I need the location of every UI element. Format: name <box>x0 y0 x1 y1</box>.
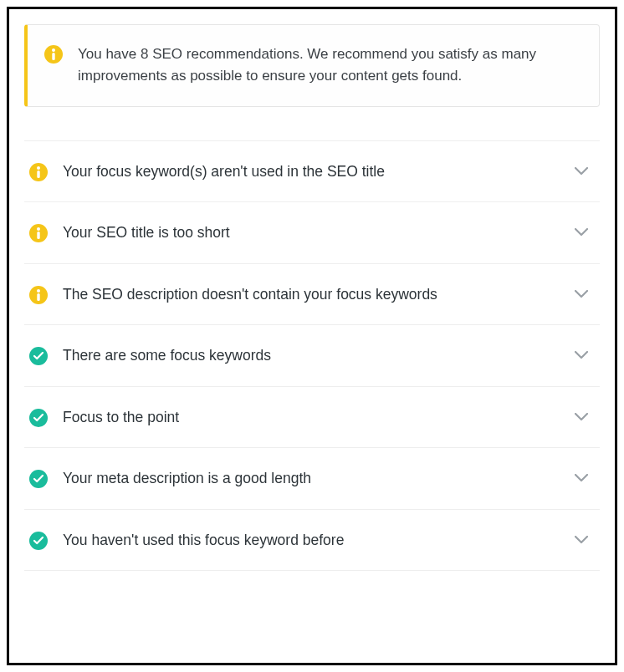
check-icon <box>29 409 48 427</box>
svg-point-4 <box>37 227 40 231</box>
recommendation-row[interactable]: Your focus keyword(s) aren't used in the… <box>24 141 600 203</box>
chevron-down-icon <box>575 167 588 176</box>
recommendation-label: Your SEO title is too short <box>63 222 560 243</box>
recommendation-label: Focus to the point <box>63 407 560 428</box>
seo-panel: You have 8 SEO recommendations. We recom… <box>7 7 617 665</box>
chevron-down-icon <box>575 290 588 298</box>
recommendation-row[interactable]: Your SEO title is too short <box>24 202 600 264</box>
svg-rect-5 <box>37 232 39 239</box>
svg-point-2 <box>37 166 40 170</box>
recommendation-label: Your meta description is a good length <box>63 468 560 489</box>
svg-rect-7 <box>37 293 39 301</box>
recommendation-row[interactable]: Focus to the point <box>24 387 600 449</box>
recommendation-list: Your focus keyword(s) aren't used in the… <box>24 140 600 572</box>
recommendation-label: There are some focus keywords <box>63 345 560 366</box>
chevron-down-icon <box>575 413 588 421</box>
info-icon <box>29 163 48 181</box>
info-icon <box>29 224 48 242</box>
info-icon <box>29 286 48 304</box>
chevron-down-icon <box>575 228 588 237</box>
svg-rect-1 <box>52 53 54 60</box>
check-icon <box>29 347 48 365</box>
recommendation-row[interactable]: Your meta description is a good length <box>24 448 600 510</box>
svg-point-0 <box>52 48 55 52</box>
recommendation-label: The SEO description doesn't contain your… <box>63 284 560 305</box>
chevron-down-icon <box>575 351 588 359</box>
recommendation-label: Your focus keyword(s) aren't used in the… <box>63 161 560 182</box>
check-icon <box>29 470 48 488</box>
notice-box: You have 8 SEO recommendations. We recom… <box>24 24 600 107</box>
recommendation-row[interactable]: The SEO description doesn't contain your… <box>24 264 600 326</box>
svg-point-6 <box>37 289 40 293</box>
chevron-down-icon <box>575 474 588 482</box>
recommendation-row[interactable]: You haven't used this focus keyword befo… <box>24 510 600 572</box>
chevron-down-icon <box>575 536 588 544</box>
notice-text: You have 8 SEO recommendations. We recom… <box>78 43 575 88</box>
svg-rect-3 <box>37 171 39 178</box>
info-icon <box>44 45 63 64</box>
recommendation-label: You haven't used this focus keyword befo… <box>63 530 560 551</box>
recommendation-row[interactable]: There are some focus keywords <box>24 325 600 387</box>
check-icon <box>29 532 48 550</box>
